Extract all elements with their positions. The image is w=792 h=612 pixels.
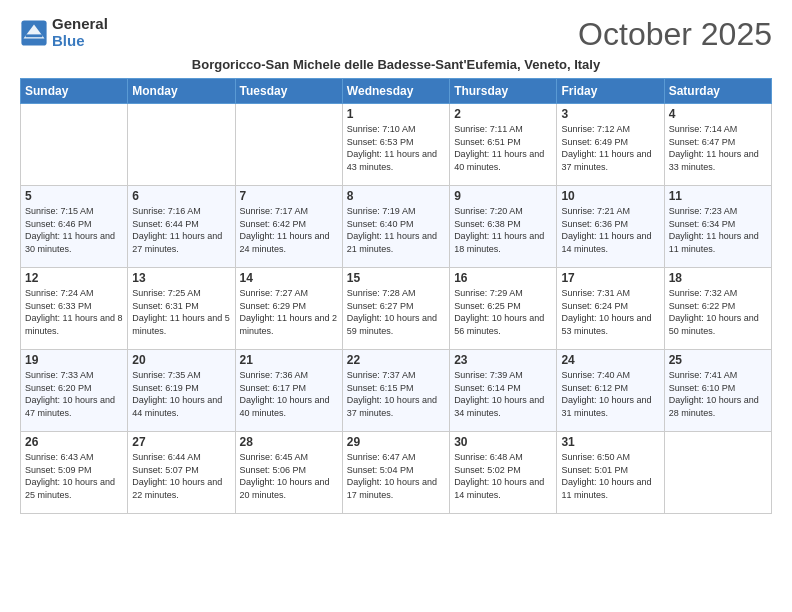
calendar-cell [235,104,342,186]
calendar-cell: 7Sunrise: 7:17 AM Sunset: 6:42 PM Daylig… [235,186,342,268]
calendar-cell: 23Sunrise: 7:39 AM Sunset: 6:14 PM Dayli… [450,350,557,432]
day-number: 10 [561,189,659,203]
calendar-cell: 20Sunrise: 7:35 AM Sunset: 6:19 PM Dayli… [128,350,235,432]
day-number: 24 [561,353,659,367]
month-title: October 2025 [578,16,772,53]
day-info: Sunrise: 7:15 AM Sunset: 6:46 PM Dayligh… [25,205,123,255]
day-info: Sunrise: 7:39 AM Sunset: 6:14 PM Dayligh… [454,369,552,419]
title-section: October 2025 [578,16,772,53]
day-info: Sunrise: 7:14 AM Sunset: 6:47 PM Dayligh… [669,123,767,173]
day-info: Sunrise: 7:32 AM Sunset: 6:22 PM Dayligh… [669,287,767,337]
calendar-cell: 25Sunrise: 7:41 AM Sunset: 6:10 PM Dayli… [664,350,771,432]
day-info: Sunrise: 7:17 AM Sunset: 6:42 PM Dayligh… [240,205,338,255]
day-info: Sunrise: 7:33 AM Sunset: 6:20 PM Dayligh… [25,369,123,419]
subtitle: Borgoricco-San Michele delle Badesse-San… [20,57,772,72]
day-number: 12 [25,271,123,285]
calendar-week-5: 26Sunrise: 6:43 AM Sunset: 5:09 PM Dayli… [21,432,772,514]
day-number: 30 [454,435,552,449]
day-info: Sunrise: 7:29 AM Sunset: 6:25 PM Dayligh… [454,287,552,337]
logo-general-text: General [52,16,108,33]
day-number: 23 [454,353,552,367]
page: General Blue October 2025 Borgoricco-San… [0,0,792,612]
day-number: 15 [347,271,445,285]
day-number: 4 [669,107,767,121]
calendar-cell: 28Sunrise: 6:45 AM Sunset: 5:06 PM Dayli… [235,432,342,514]
day-number: 11 [669,189,767,203]
calendar-cell: 5Sunrise: 7:15 AM Sunset: 6:46 PM Daylig… [21,186,128,268]
day-number: 29 [347,435,445,449]
calendar-week-1: 1Sunrise: 7:10 AM Sunset: 6:53 PM Daylig… [21,104,772,186]
calendar-cell: 1Sunrise: 7:10 AM Sunset: 6:53 PM Daylig… [342,104,449,186]
calendar-cell: 9Sunrise: 7:20 AM Sunset: 6:38 PM Daylig… [450,186,557,268]
calendar-cell: 19Sunrise: 7:33 AM Sunset: 6:20 PM Dayli… [21,350,128,432]
calendar-cell: 6Sunrise: 7:16 AM Sunset: 6:44 PM Daylig… [128,186,235,268]
calendar-header-saturday: Saturday [664,79,771,104]
calendar-header-sunday: Sunday [21,79,128,104]
calendar-header-friday: Friday [557,79,664,104]
day-number: 13 [132,271,230,285]
day-number: 5 [25,189,123,203]
calendar-header-tuesday: Tuesday [235,79,342,104]
calendar-cell: 11Sunrise: 7:23 AM Sunset: 6:34 PM Dayli… [664,186,771,268]
day-info: Sunrise: 7:12 AM Sunset: 6:49 PM Dayligh… [561,123,659,173]
logo: General Blue [20,16,108,49]
calendar-cell: 27Sunrise: 6:44 AM Sunset: 5:07 PM Dayli… [128,432,235,514]
day-info: Sunrise: 7:21 AM Sunset: 6:36 PM Dayligh… [561,205,659,255]
day-info: Sunrise: 7:37 AM Sunset: 6:15 PM Dayligh… [347,369,445,419]
calendar-cell [664,432,771,514]
calendar-week-4: 19Sunrise: 7:33 AM Sunset: 6:20 PM Dayli… [21,350,772,432]
calendar-cell: 14Sunrise: 7:27 AM Sunset: 6:29 PM Dayli… [235,268,342,350]
day-number: 17 [561,271,659,285]
day-info: Sunrise: 7:19 AM Sunset: 6:40 PM Dayligh… [347,205,445,255]
calendar-header-wednesday: Wednesday [342,79,449,104]
day-info: Sunrise: 7:31 AM Sunset: 6:24 PM Dayligh… [561,287,659,337]
day-number: 8 [347,189,445,203]
day-number: 18 [669,271,767,285]
day-number: 27 [132,435,230,449]
day-number: 31 [561,435,659,449]
day-number: 20 [132,353,230,367]
calendar-cell: 16Sunrise: 7:29 AM Sunset: 6:25 PM Dayli… [450,268,557,350]
calendar-cell: 24Sunrise: 7:40 AM Sunset: 6:12 PM Dayli… [557,350,664,432]
calendar-week-2: 5Sunrise: 7:15 AM Sunset: 6:46 PM Daylig… [21,186,772,268]
logo-text: General Blue [52,16,108,49]
calendar-cell: 31Sunrise: 6:50 AM Sunset: 5:01 PM Dayli… [557,432,664,514]
logo-blue-text: Blue [52,33,108,50]
calendar-cell: 26Sunrise: 6:43 AM Sunset: 5:09 PM Dayli… [21,432,128,514]
day-number: 6 [132,189,230,203]
calendar-cell: 12Sunrise: 7:24 AM Sunset: 6:33 PM Dayli… [21,268,128,350]
calendar-header-thursday: Thursday [450,79,557,104]
day-info: Sunrise: 6:47 AM Sunset: 5:04 PM Dayligh… [347,451,445,501]
calendar-cell [128,104,235,186]
day-number: 14 [240,271,338,285]
day-number: 26 [25,435,123,449]
day-number: 7 [240,189,338,203]
day-info: Sunrise: 7:27 AM Sunset: 6:29 PM Dayligh… [240,287,338,337]
day-number: 1 [347,107,445,121]
day-info: Sunrise: 7:41 AM Sunset: 6:10 PM Dayligh… [669,369,767,419]
day-number: 2 [454,107,552,121]
calendar-cell: 10Sunrise: 7:21 AM Sunset: 6:36 PM Dayli… [557,186,664,268]
day-number: 19 [25,353,123,367]
day-info: Sunrise: 6:43 AM Sunset: 5:09 PM Dayligh… [25,451,123,501]
day-info: Sunrise: 6:44 AM Sunset: 5:07 PM Dayligh… [132,451,230,501]
day-number: 3 [561,107,659,121]
header: General Blue October 2025 [20,16,772,53]
day-info: Sunrise: 7:36 AM Sunset: 6:17 PM Dayligh… [240,369,338,419]
calendar-week-3: 12Sunrise: 7:24 AM Sunset: 6:33 PM Dayli… [21,268,772,350]
day-info: Sunrise: 7:11 AM Sunset: 6:51 PM Dayligh… [454,123,552,173]
calendar-cell: 3Sunrise: 7:12 AM Sunset: 6:49 PM Daylig… [557,104,664,186]
calendar-cell: 21Sunrise: 7:36 AM Sunset: 6:17 PM Dayli… [235,350,342,432]
calendar-header-monday: Monday [128,79,235,104]
day-info: Sunrise: 7:35 AM Sunset: 6:19 PM Dayligh… [132,369,230,419]
day-info: Sunrise: 7:25 AM Sunset: 6:31 PM Dayligh… [132,287,230,337]
day-info: Sunrise: 7:28 AM Sunset: 6:27 PM Dayligh… [347,287,445,337]
calendar: SundayMondayTuesdayWednesdayThursdayFrid… [20,78,772,514]
calendar-cell: 29Sunrise: 6:47 AM Sunset: 5:04 PM Dayli… [342,432,449,514]
calendar-cell: 13Sunrise: 7:25 AM Sunset: 6:31 PM Dayli… [128,268,235,350]
day-info: Sunrise: 7:16 AM Sunset: 6:44 PM Dayligh… [132,205,230,255]
day-info: Sunrise: 7:20 AM Sunset: 6:38 PM Dayligh… [454,205,552,255]
day-number: 21 [240,353,338,367]
calendar-cell: 15Sunrise: 7:28 AM Sunset: 6:27 PM Dayli… [342,268,449,350]
day-number: 28 [240,435,338,449]
